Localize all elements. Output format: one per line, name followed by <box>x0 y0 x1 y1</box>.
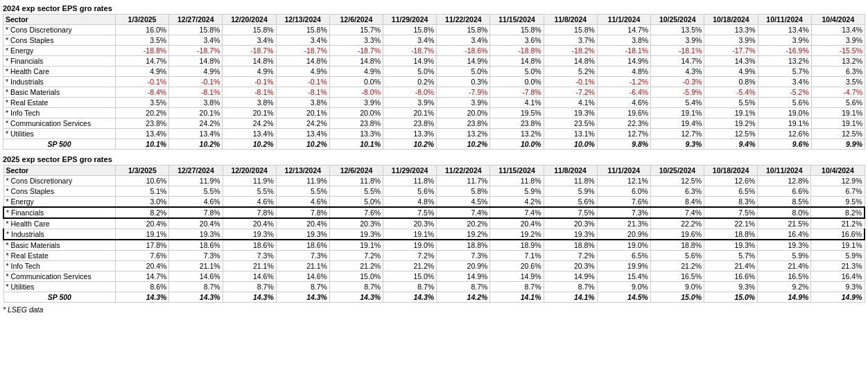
value-cell: 19.3% <box>544 229 597 240</box>
value-cell: 20.3% <box>329 218 383 229</box>
date-header: 12/13/2024 <box>276 166 329 176</box>
value-cell: 8.7% <box>437 282 490 292</box>
value-cell: 7.4% <box>437 207 490 218</box>
footnote: * LSEG data <box>3 303 865 314</box>
value-cell: 23.8% <box>490 118 544 129</box>
sector-cell: * Cons Discretionary <box>3 176 116 186</box>
value-cell: 4.9% <box>115 66 168 77</box>
value-cell: 7.6% <box>116 251 169 261</box>
sector-cell: SP 500 <box>3 292 116 303</box>
date-header: 11/22/2024 <box>437 15 490 25</box>
value-cell: 11.9% <box>276 176 329 186</box>
date-header: 12/13/2024 <box>276 15 329 25</box>
sector-header: Sector <box>3 166 116 176</box>
value-cell: 7.3% <box>169 251 223 261</box>
value-cell: 14.7% <box>651 56 704 66</box>
value-cell: 19.3% <box>704 240 758 251</box>
value-cell: 6.3% <box>811 66 865 77</box>
value-cell: 4.8% <box>383 197 437 208</box>
value-cell: 5.0% <box>383 66 437 77</box>
value-cell: 16.4% <box>758 229 811 240</box>
table-row: * Utilities13.4%13.4%13.4%13.4%13.3%13.3… <box>3 129 865 139</box>
value-cell: 13.4% <box>811 25 865 35</box>
date-header: 12/6/2024 <box>329 15 383 25</box>
value-cell: 21.2% <box>650 261 704 271</box>
value-cell: -8.0% <box>329 87 383 98</box>
sp500-row: SP 50010.1%10.2%10.2%10.2%10.1%10.2%10.2… <box>3 139 865 150</box>
value-cell: 22.2% <box>650 218 704 229</box>
value-cell: 21.4% <box>758 261 811 271</box>
value-cell: 10.1% <box>329 139 383 150</box>
value-cell: 19.2% <box>437 229 490 240</box>
table1: Sector1/3/202512/27/202412/20/202412/13/… <box>3 14 865 150</box>
value-cell: 4.5% <box>437 197 490 208</box>
value-cell: 23.8% <box>383 118 437 129</box>
value-cell: 21.1% <box>276 261 329 271</box>
value-cell: 11.8% <box>490 176 544 186</box>
value-cell: 20.1% <box>223 108 276 118</box>
value-cell: 12.5% <box>811 129 865 139</box>
value-cell: 4.6% <box>276 197 329 208</box>
value-cell: 21.1% <box>169 261 223 271</box>
value-cell: 6.5% <box>704 186 758 197</box>
value-cell: 14.2% <box>437 292 490 303</box>
value-cell: 19.1% <box>811 108 865 118</box>
value-cell: 19.2% <box>490 229 544 240</box>
value-cell: -7.2% <box>544 87 597 98</box>
value-cell: 5.2% <box>544 66 597 77</box>
value-cell: 11.9% <box>223 176 276 186</box>
date-header: 12/6/2024 <box>329 166 383 176</box>
value-cell: 4.9% <box>276 66 329 77</box>
value-cell: -7.9% <box>437 87 490 98</box>
value-cell: 7.3% <box>276 251 329 261</box>
date-header: 12/27/2024 <box>169 15 223 25</box>
value-cell: 13.5% <box>651 25 704 35</box>
table-row: * Basic Materials-8.4%-8.1%-8.1%-8.1%-8.… <box>3 87 865 98</box>
value-cell: 13.4% <box>223 129 276 139</box>
value-cell: -0.3% <box>651 77 704 87</box>
value-cell: 5.5% <box>223 186 276 197</box>
sector-cell: * Utilities <box>3 129 116 139</box>
date-header: 11/22/2024 <box>437 166 490 176</box>
value-cell: -1.2% <box>597 77 650 87</box>
value-cell: 9.3% <box>704 282 758 292</box>
value-cell: 14.1% <box>544 292 597 303</box>
value-cell: 19.1% <box>811 118 865 129</box>
value-cell: 14.6% <box>223 271 276 282</box>
value-cell: 16.0% <box>115 25 168 35</box>
value-cell: 14.7% <box>115 56 168 66</box>
value-cell: 7.3% <box>437 251 490 261</box>
value-cell: 15.7% <box>329 25 383 35</box>
value-cell: 13.2% <box>490 129 544 139</box>
value-cell: -5.9% <box>651 87 704 98</box>
value-cell: 18.6% <box>276 240 329 251</box>
sector-cell: * Utilities <box>3 282 116 292</box>
date-header: 12/20/2024 <box>223 166 276 176</box>
value-cell: 24.2% <box>276 118 329 129</box>
value-cell: 10.2% <box>169 139 223 150</box>
value-cell: 15.4% <box>597 271 650 282</box>
value-cell: 20.4% <box>116 218 169 229</box>
value-cell: 19.3% <box>758 240 811 251</box>
value-cell: 20.0% <box>329 108 383 118</box>
value-cell: 8.7% <box>383 282 437 292</box>
value-cell: -17.7% <box>704 46 758 56</box>
value-cell: 15.0% <box>704 292 758 303</box>
value-cell: 3.0% <box>116 197 169 208</box>
value-cell: 18.9% <box>490 240 544 251</box>
value-cell: 10.2% <box>223 139 276 150</box>
value-cell: 5.6% <box>383 186 437 197</box>
value-cell: 7.3% <box>597 207 650 218</box>
date-header: 11/1/2024 <box>597 166 650 176</box>
value-cell: 15.8% <box>276 25 329 35</box>
value-cell: 20.3% <box>383 218 437 229</box>
value-cell: 12.6% <box>704 176 758 186</box>
value-cell: 7.6% <box>329 207 383 218</box>
value-cell: 3.4% <box>758 77 811 87</box>
value-cell: 12.7% <box>651 129 704 139</box>
value-cell: 18.8% <box>437 240 490 251</box>
value-cell: -18.8% <box>490 46 544 56</box>
value-cell: -0.1% <box>115 77 168 87</box>
value-cell: 5.0% <box>437 66 490 77</box>
value-cell: 12.8% <box>758 176 811 186</box>
